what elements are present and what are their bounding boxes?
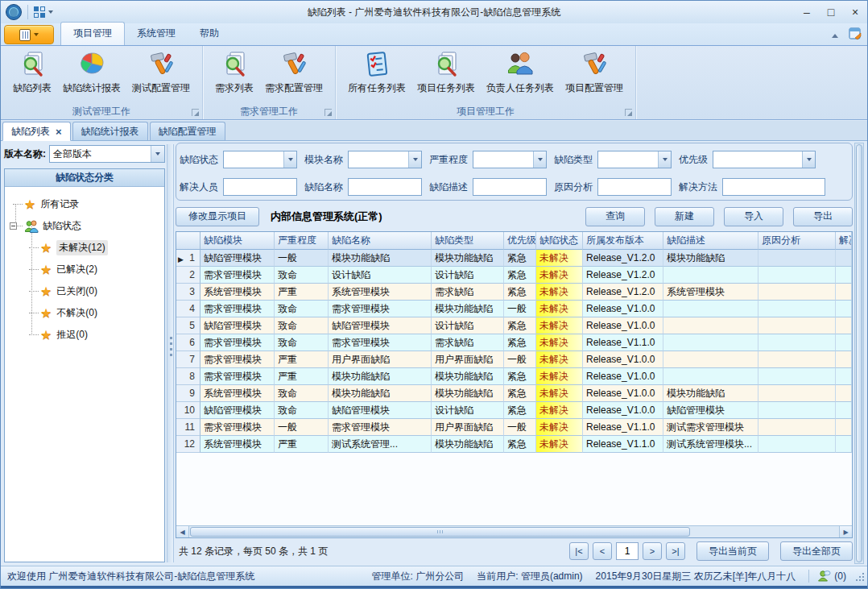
filter-select-缺陷类型[interactable] — [597, 151, 672, 168]
table-row[interactable]: 12系统管理模块严重测试系统管理...模块功能缺陷紧急未解决Release_V1… — [176, 436, 852, 453]
filter-input-缺陷描述[interactable] — [473, 178, 547, 196]
column-header-严重程度[interactable]: 严重程度 — [275, 232, 329, 250]
document-tab[interactable]: 缺陷列表× — [2, 122, 71, 141]
filter-input-解决人员[interactable] — [223, 178, 297, 196]
resize-grip[interactable] — [854, 571, 865, 582]
table-row[interactable]: 9系统管理模块致命模块功能缺陷模块功能缺陷紧急未解决Release_V1.0.0… — [176, 385, 852, 402]
table-row[interactable]: 4需求管理模块致命需求管理模块模块功能缺陷一般未解决Release_V1.0.0 — [176, 301, 852, 317]
ribbon-button[interactable]: 项目配置管理 — [560, 48, 629, 97]
version-select[interactable]: 全部版本 — [49, 145, 165, 163]
tree-item[interactable]: ★所有记录 — [5, 193, 164, 215]
filter-input-缺陷名称[interactable] — [348, 178, 422, 196]
column-header-所属发布版本[interactable]: 所属发布版本 — [583, 232, 663, 250]
column-header-缺陷名称[interactable]: 缺陷名称 — [329, 232, 432, 250]
toolbar-button-导入[interactable]: 导入 — [724, 207, 783, 226]
next-page-button[interactable]: > — [643, 542, 662, 560]
scroll-left-icon[interactable]: ◀ — [176, 526, 189, 537]
close-tab-icon[interactable]: × — [56, 127, 62, 137]
ribbon-button[interactable]: 项目任务列表 — [411, 48, 481, 97]
table-row[interactable]: 7需求管理模块严重用户界面缺陷用户界面缺陷一般未解决Release_V1.0.0 — [176, 351, 852, 368]
table-row[interactable]: 2需求管理模块致命设计缺陷设计缺陷紧急未解决Release_V1.2.0 — [176, 267, 852, 284]
toolbar-button-查询[interactable]: 查询 — [585, 207, 645, 226]
ribbon-tab[interactable]: 项目管理 — [60, 22, 125, 45]
close-button[interactable]: × — [843, 3, 867, 21]
tree-item[interactable]: ★推迟(0) — [5, 324, 164, 346]
table-row[interactable]: 3系统管理模块严重系统管理模块需求缺陷紧急未解决Release_V1.2.0系统… — [176, 284, 852, 301]
sidebar-splitter[interactable] — [167, 144, 174, 562]
filter-select-优先级[interactable] — [713, 151, 816, 168]
column-header-缺陷类型[interactable]: 缺陷类型 — [432, 232, 504, 250]
column-header-缺陷模块[interactable]: 缺陷模块 — [200, 232, 275, 250]
dialog-launcher-icon[interactable] — [625, 109, 632, 116]
filter-select-缺陷状态[interactable] — [223, 151, 297, 168]
filter-input-解决方法[interactable] — [722, 178, 825, 196]
column-header-原因分析[interactable]: 原因分析 — [758, 232, 836, 250]
horizontal-scrollbar[interactable]: ◀ ▶ — [176, 525, 852, 537]
dropdown-button[interactable] — [408, 151, 421, 168]
minimize-button[interactable]: – — [795, 3, 819, 21]
table-row[interactable]: 5缺陷管理模块致命缺陷管理模块设计缺陷紧急未解决Release_V1.0.0 — [176, 317, 852, 334]
column-header-缺陷状态[interactable]: 缺陷状态 — [536, 232, 583, 250]
tree-item[interactable]: 缺陷状态 — [5, 215, 164, 237]
document-tab[interactable]: 缺陷配置管理 — [150, 122, 225, 140]
tree-item[interactable]: ★未解决(12) — [5, 237, 164, 259]
ribbon-button[interactable]: 负责人任务列表 — [481, 48, 560, 97]
scrollbar-thumb[interactable] — [190, 527, 690, 537]
filter-input-原因分析[interactable] — [597, 178, 672, 196]
dropdown-button[interactable] — [658, 151, 671, 168]
prev-page-button[interactable]: < — [593, 542, 612, 560]
application-menu-button[interactable] — [4, 25, 54, 44]
last-page-button[interactable]: >| — [666, 542, 685, 560]
collapse-ribbon-button[interactable] — [828, 29, 842, 42]
ribbon-button[interactable]: 缺陷列表 — [7, 48, 57, 97]
tree-item[interactable]: ★已关闭(0) — [5, 280, 164, 302]
ribbon-tab[interactable]: 系统管理 — [125, 23, 188, 45]
dropdown-button[interactable] — [151, 146, 164, 162]
dropdown-button[interactable] — [283, 151, 296, 168]
scroll-right-icon[interactable]: ▶ — [839, 526, 852, 537]
filter-select-模块名称[interactable] — [348, 151, 422, 168]
export-all-pages-button[interactable]: 导出全部页 — [780, 541, 853, 561]
dialog-launcher-icon[interactable] — [192, 109, 199, 116]
dropdown-button[interactable] — [802, 151, 815, 168]
modify-columns-button[interactable]: 修改显示项目 — [176, 207, 259, 226]
tree-item[interactable]: ★已解决(2) — [5, 259, 164, 280]
quick-access-toolbar[interactable] — [33, 6, 53, 19]
table-row[interactable]: 6需求管理模块致命需求管理模块需求缺陷紧急未解决Release_V1.1.0 — [176, 334, 852, 351]
document-tab[interactable]: 缺陷统计报表 — [72, 122, 148, 140]
app-menu-icon — [19, 29, 31, 41]
tree-item[interactable]: ★不解决(0) — [5, 302, 164, 324]
table-row[interactable]: 11需求管理模块一般需求管理模块用户界面缺陷一般未解决Release_V1.1.… — [176, 419, 852, 436]
star-icon: ★ — [40, 285, 52, 298]
dialog-launcher-icon[interactable] — [324, 109, 332, 116]
toolbar-button-新建[interactable]: 新建 — [655, 207, 714, 226]
ribbon-tab[interactable]: 帮助 — [188, 23, 231, 45]
table-row[interactable]: 1▶缺陷管理模块一般模块功能缺陷模块功能缺陷紧急未解决Release_V1.2.… — [176, 250, 852, 267]
ribbon-button[interactable]: 需求配置管理 — [259, 48, 329, 97]
column-header-解决方法[interactable]: 解决方法 — [836, 232, 852, 250]
first-page-button[interactable]: |< — [569, 542, 589, 560]
page-number-input[interactable] — [616, 542, 639, 560]
export-current-page-button[interactable]: 导出当前页 — [696, 541, 769, 561]
table-row[interactable]: 8需求管理模块严重模块功能缺陷模块功能缺陷紧急未解决Release_V1.0.0 — [176, 368, 852, 385]
dropdown-button[interactable] — [533, 151, 546, 168]
ribbon-button[interactable]: 需求列表 — [209, 48, 259, 97]
chevron-down-icon — [663, 158, 668, 161]
ribbon-button[interactable]: 所有任务列表 — [342, 48, 411, 97]
filter-select-value — [598, 151, 658, 168]
scrollbar-thumb[interactable] — [856, 144, 862, 562]
table-cell: 未解决 — [536, 250, 583, 267]
column-header-缺陷描述[interactable]: 缺陷描述 — [663, 232, 758, 250]
vertical-scrollbar[interactable] — [854, 143, 864, 564]
toolbar-button-导出[interactable]: 导出 — [793, 207, 853, 226]
filter-select-严重程度[interactable] — [473, 151, 547, 168]
ribbon-button[interactable]: 测试配置管理 — [126, 48, 196, 97]
filter-label: 缺陷状态 — [180, 153, 218, 167]
style-switch-button[interactable] — [849, 27, 862, 44]
column-header-优先级[interactable]: 优先级 — [504, 232, 536, 250]
table-row[interactable]: 10缺陷管理模块致命缺陷管理模块设计缺陷紧急未解决Release_V1.0.0缺… — [176, 402, 852, 419]
maximize-button[interactable]: □ — [819, 3, 843, 21]
messages-button[interactable] — [817, 570, 831, 583]
ribbon-button[interactable]: 缺陷统计报表 — [57, 48, 126, 97]
collapse-node-icon[interactable] — [10, 222, 17, 230]
